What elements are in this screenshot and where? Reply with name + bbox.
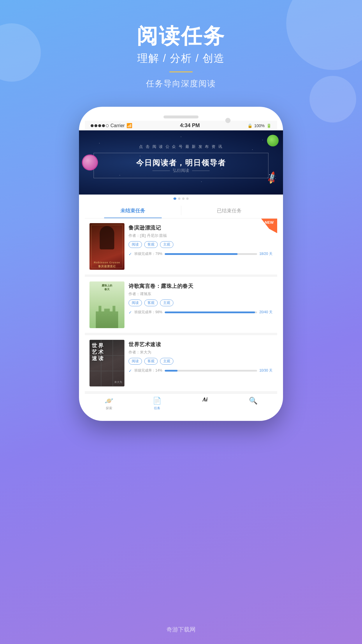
watermark-area: 奇游下载网 bbox=[0, 615, 362, 644]
check-icon-1: ✓ bbox=[129, 252, 132, 256]
signal-dot-1 bbox=[91, 124, 94, 127]
bottom-nav: 🪐 探索 📄 任务 Ai 🔍 bbox=[85, 393, 277, 412]
check-icon-2: ✓ bbox=[129, 310, 132, 315]
robinson-figure bbox=[100, 226, 114, 249]
status-left: Carrier 📶 bbox=[91, 123, 132, 128]
nav-item-search[interactable]: 🔍 bbox=[229, 397, 277, 410]
tag-subjective-3: 主观 bbox=[160, 358, 173, 365]
book-item-2[interactable]: 露珠上的春天 诗歌寓言卷：露珠上的春天 作者：谭旭东 阅读 客观 主观 ✓ bbox=[85, 277, 277, 333]
tag-read-2: 阅读 bbox=[129, 300, 142, 306]
tab-completed-tasks[interactable]: 已结束任务 bbox=[181, 203, 277, 218]
book-author-1: 作者：[英] 丹尼尔·苗福 bbox=[129, 233, 273, 238]
book-author-3: 作者：米大为 bbox=[129, 350, 273, 355]
tasks-icon: 📄 bbox=[153, 397, 161, 405]
signal-dot-3 bbox=[98, 124, 101, 127]
phone-speaker bbox=[164, 116, 198, 118]
robinson-title-label: Robinson Crusoe鲁滨逊漂流记 bbox=[89, 261, 124, 268]
nav-item-ai[interactable]: Ai bbox=[181, 397, 229, 410]
book-cover-poetry: 露珠上的春天 bbox=[89, 281, 124, 328]
progress-fill-1 bbox=[165, 253, 238, 255]
tag-objective-3: 客观 bbox=[144, 358, 158, 365]
progress-bar-2 bbox=[165, 312, 257, 313]
progress-days-3: 10/30 天 bbox=[259, 368, 273, 373]
book-info-1: NEW 鲁滨逊漂流记 作者：[英] 丹尼尔·苗福 阅读 客观 主观 ✓ 班级完成… bbox=[129, 223, 273, 270]
banner-border-box: 今日阅读者，明日领导者 弘衍阅读 bbox=[94, 153, 268, 178]
dot-indicator-3 bbox=[182, 197, 184, 200]
book-info-3: 世界艺术速读 作者：米大为 阅读 客观 主观 ✓ 班级完成率：14% 10/30… bbox=[129, 340, 273, 386]
dot-indicator-1 bbox=[173, 197, 176, 200]
book-tags-1: 阅读 客观 主观 bbox=[129, 241, 273, 248]
task-tabs: 未结束任务 已结束任务 bbox=[85, 203, 277, 218]
page-title: 阅读任务 bbox=[0, 23, 362, 48]
status-time: 4:34 PM bbox=[180, 123, 200, 129]
book-title-3: 世界艺术速读 bbox=[129, 341, 273, 348]
progress-days-1: 18/20 天 bbox=[259, 251, 273, 256]
book-item[interactable]: Robinson Crusoe鲁滨逊漂流记 NEW 鲁滨逊漂流记 作者：[英] … bbox=[85, 218, 277, 274]
page-subtitle: 理解 / 分析 / 创造 bbox=[0, 51, 362, 66]
status-bar: Carrier 📶 4:34 PM 🔒 100% 🔋 bbox=[85, 121, 277, 130]
progress-row-3: ✓ 班级完成率：14% 10/30 天 bbox=[129, 368, 273, 373]
signal-dot-2 bbox=[94, 124, 97, 127]
explore-icon: 🪐 bbox=[105, 397, 113, 405]
nav-item-explore[interactable]: 🪐 探索 bbox=[85, 397, 133, 410]
progress-row-2: ✓ 班级完成率：98% 20/40 天 bbox=[129, 310, 273, 315]
planet-left-icon bbox=[82, 155, 98, 171]
signal-dot-4 bbox=[102, 124, 105, 127]
banner-small-text: 点 击 阅 读 公 众 号 最 新 发 布 资 讯 bbox=[88, 144, 274, 149]
book-title-1: 鲁滨逊漂流记 bbox=[129, 224, 273, 231]
status-right: 🔒 100% 🔋 bbox=[247, 123, 271, 128]
book-tags-3: 阅读 客观 主观 bbox=[129, 358, 273, 365]
world-title-label: 世界艺术速读 bbox=[92, 343, 122, 362]
tab-active-tasks[interactable]: 未结束任务 bbox=[85, 203, 181, 218]
progress-label-3: 班级完成率：14% bbox=[134, 368, 162, 373]
book-cover-robinson: Robinson Crusoe鲁滨逊漂流记 bbox=[89, 223, 124, 270]
progress-bar-1 bbox=[165, 253, 257, 255]
progress-row-1: ✓ 班级完成率：79% 18/20 天 bbox=[129, 251, 273, 256]
progress-label-1: 班级完成率：79% bbox=[134, 251, 162, 256]
banner-divider: 弘衍阅读 bbox=[103, 168, 259, 173]
book-list: Robinson Crusoe鲁滨逊漂流记 NEW 鲁滨逊漂流记 作者：[英] … bbox=[85, 218, 277, 393]
phone-wrapper: Carrier 📶 4:34 PM 🔒 100% 🔋 点 击 阅 读 公 众 号… bbox=[0, 101, 362, 421]
header-divider bbox=[169, 71, 193, 72]
header-description: 任务导向深度阅读 bbox=[0, 78, 362, 89]
phone-top bbox=[85, 116, 277, 118]
tag-subjective-2: 主观 bbox=[160, 300, 173, 306]
divider-line-left bbox=[152, 171, 170, 171]
explore-label: 探索 bbox=[106, 406, 112, 410]
search-icon: 🔍 bbox=[249, 397, 258, 405]
book-item-3[interactable]: 世界艺术速读 米大为 世界艺术速读 作者：米大为 阅读 客观 主观 ✓ 班级完成… bbox=[85, 335, 277, 391]
banner-dots-indicator bbox=[85, 195, 277, 203]
world-sub-label: 米大为 bbox=[92, 380, 122, 384]
book-info-2: 诗歌寓言卷：露珠上的春天 作者：谭旭东 阅读 客观 主观 ✓ 班级完成率：98%… bbox=[129, 281, 273, 328]
battery-label: 100% bbox=[254, 123, 265, 128]
wifi-icon: 📶 bbox=[126, 123, 132, 128]
nav-item-tasks[interactable]: 📄 任务 bbox=[133, 397, 181, 410]
progress-fill-2 bbox=[165, 312, 255, 313]
dot-indicator-2 bbox=[178, 197, 180, 200]
ai-icon: Ai bbox=[203, 397, 208, 403]
progress-days-2: 20/40 天 bbox=[259, 310, 273, 315]
tag-objective-2: 客观 bbox=[144, 300, 158, 306]
book-title-2: 诗歌寓言卷：露珠上的春天 bbox=[129, 283, 273, 290]
poetry-castle bbox=[93, 300, 121, 328]
book-cover-world: 世界艺术速读 米大为 bbox=[89, 340, 124, 386]
book-author-2: 作者：谭旭东 bbox=[129, 291, 273, 297]
divider-line-right bbox=[192, 171, 210, 171]
banner-inner: 点 击 阅 读 公 众 号 最 新 发 布 资 讯 今日阅读者，明日领导者 弘衍… bbox=[88, 144, 274, 178]
battery-icon: 🔋 bbox=[266, 123, 271, 128]
phone-mockup: Carrier 📶 4:34 PM 🔒 100% 🔋 点 击 阅 读 公 众 号… bbox=[79, 107, 283, 421]
progress-bar-3 bbox=[165, 370, 257, 372]
tasks-label: 任务 bbox=[154, 406, 160, 410]
signal-dot-5 bbox=[106, 124, 109, 127]
tag-read-1: 阅读 bbox=[129, 241, 142, 248]
tag-read-3: 阅读 bbox=[129, 358, 142, 365]
poetry-scene bbox=[89, 281, 124, 328]
banner-main-text: 今日阅读者，明日领导者 bbox=[103, 158, 259, 168]
book-tags-2: 阅读 客观 主观 bbox=[129, 300, 273, 306]
tag-objective-1: 客观 bbox=[144, 241, 158, 248]
dot-indicator-4 bbox=[186, 197, 189, 200]
banner[interactable]: 点 击 阅 读 公 众 号 最 新 发 布 资 讯 今日阅读者，明日领导者 弘衍… bbox=[79, 130, 283, 195]
watermark-text: 奇游下载网 bbox=[166, 626, 196, 634]
progress-fill-3 bbox=[165, 370, 178, 372]
header: 阅读任务 理解 / 分析 / 创造 任务导向深度阅读 bbox=[0, 0, 362, 101]
